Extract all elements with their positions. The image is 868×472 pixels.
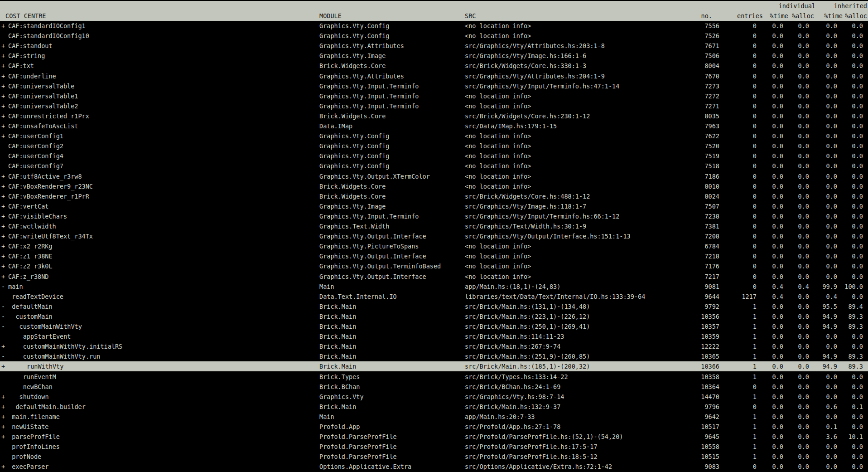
cost-centre-row[interactable]: +CAF:z2_r3k0LGraphics.Vty.Output.Terminf… (0, 261, 868, 271)
inherited-alloc-cell: 0.0 (852, 131, 863, 141)
no-cell: 7176 (704, 261, 719, 271)
cost-centre-row[interactable]: -customMainWithVtyBrick.Mainsrc/Brick/Ma… (0, 321, 868, 331)
cost-centre-row[interactable]: CAF:standardIOConfig10Graphics.Vty.Confi… (0, 31, 868, 41)
cost-centre-row[interactable]: +CAF:writeUtf8Text_r34TxGraphics.Vty.Out… (0, 231, 868, 241)
cost-centre-row[interactable]: -customMainWithVty.runBrick.Mainsrc/Bric… (0, 351, 868, 361)
cost-centre-row[interactable]: -customMainBrick.Mainsrc/Brick/Main.hs:(… (0, 311, 868, 321)
individual-time-cell: 0.0 (772, 392, 783, 402)
inherited-time-cell: 0.0 (826, 31, 837, 41)
cost-centre-row[interactable]: +CAF:unrestricted_r1PrxBrick.Widgets.Cor… (0, 111, 868, 121)
individual-alloc-cell: 0.0 (798, 292, 809, 302)
module-cell: Graphics.Vty.Config (319, 141, 389, 151)
individual-alloc-cell: 0.0 (798, 31, 809, 41)
cost-centre-row[interactable]: profNodeProfold.ParseProfFilesrc/Profold… (0, 452, 868, 462)
cost-centre-tree: +CAF:standardIOConfig1Graphics.Vty.Confi… (0, 21, 868, 472)
individual-time-cell: 0.0 (772, 101, 783, 111)
individual-alloc-cell: 0.0 (798, 231, 809, 241)
cost-centre-row[interactable]: appStartEventBrick.Mainsrc/Brick/Main.hs… (0, 331, 868, 341)
entries-cell: 0 (753, 81, 757, 91)
cost-centre-row[interactable]: +newUiStateProfold.Appsrc/Profold/App.hs… (0, 422, 868, 432)
expander-icon: + (1, 432, 5, 442)
inherited-time-cell: 0.0 (826, 341, 837, 351)
no-cell: 9792 (704, 302, 719, 311)
cost-centre-row[interactable]: runEventMBrick.Typessrc/Brick/Types.hs:1… (0, 372, 868, 382)
cost-centre-name: parseProfFile (12, 432, 60, 442)
entries-cell: 1 (753, 372, 757, 382)
cost-centre-row[interactable]: +CAF:z1_r38NEGraphics.Vty.Output.Interfa… (0, 251, 868, 261)
cost-centre-row[interactable]: +runWithVtyBrick.Mainsrc/Brick/Main.hs:(… (0, 361, 868, 371)
individual-alloc-cell: 0.0 (798, 372, 809, 382)
individual-alloc-cell: 0.0 (798, 111, 809, 121)
individual-time-cell: 0.0 (772, 462, 783, 472)
cost-centre-row[interactable]: +CAF:visibleCharsGraphics.Vty.Input.Term… (0, 211, 868, 221)
module-cell: Profold.ParseProfFile (319, 432, 397, 442)
no-cell: 12222 (701, 341, 719, 351)
cost-centre-row[interactable]: +execParserOptions.Applicative.Extrasrc/… (0, 462, 868, 472)
cost-centre-row[interactable]: readTextDeviceData.Text.Internal.IOlibra… (0, 292, 868, 302)
inherited-alloc-cell: 0.0 (852, 81, 863, 91)
cost-centre-row[interactable]: +customMainWithVty.initialRSBrick.Mainsr… (0, 341, 868, 351)
cost-centre-row[interactable]: +CAF:utf8Active_r3rw8Graphics.Vty.Output… (0, 171, 868, 181)
module-cell: Data.Text.Internal.IO (319, 292, 397, 302)
individual-time-cell: 0.0 (772, 452, 783, 462)
entries-cell: 1217 (742, 292, 757, 302)
cost-centre-row[interactable]: profInfoLinesProfold.ParseProfFilesrc/Pr… (0, 442, 868, 452)
expander-icon: + (1, 402, 5, 412)
individual-time-cell: 0.0 (772, 331, 783, 341)
cost-centre-row[interactable]: +CAF:txtBrick.Widgets.Coresrc/Brick/Widg… (0, 61, 868, 71)
cost-centre-name: main (8, 282, 23, 292)
cost-centre-row[interactable]: newBChanBrick.BChansrc/Brick/BChan.hs:24… (0, 382, 868, 392)
inherited-alloc-cell: 0.0 (852, 331, 863, 341)
cost-centre-row[interactable]: +CAF:userConfig1Graphics.Vty.Config<no l… (0, 131, 868, 141)
cost-centre-row[interactable]: +parseProfFileProfold.ParseProfFilesrc/P… (0, 432, 868, 442)
individual-time-cell: 0.0 (772, 121, 783, 131)
cost-centre-row[interactable]: +main.filenameMainapp/Main.hs:20:7-33964… (0, 412, 868, 422)
cost-centre-row[interactable]: +CAF:x2_r2RKgGraphics.Vty.PictureToSpans… (0, 241, 868, 251)
cost-centre-row[interactable]: +CAF:universalTable2Graphics.Vty.Input.T… (0, 101, 868, 111)
inherited-time-cell: 94.9 (822, 321, 837, 331)
cost-centre-row[interactable]: +CAF:z_r38NDGraphics.Vty.Output.Interfac… (0, 272, 868, 282)
cost-centre-row[interactable]: -defaultMainBrick.Mainsrc/Brick/Main.hs:… (0, 302, 868, 311)
cost-centre-row[interactable]: CAF:userConfig7Graphics.Vty.Config<no lo… (0, 161, 868, 171)
expander-icon: + (1, 241, 5, 251)
expander-icon: + (1, 231, 5, 241)
expander-icon: + (1, 21, 5, 31)
individual-alloc-cell: 0.0 (798, 302, 809, 311)
cost-centre-row[interactable]: +CAF:vertCatGraphics.Vty.Imagesrc/Graphi… (0, 201, 868, 211)
cost-centre-row[interactable]: +CAF:stringGraphics.Vty.Imagesrc/Graphic… (0, 51, 868, 61)
cost-centre-name: CAF:standout (8, 41, 53, 51)
cost-centre-row[interactable]: +shutdownGraphics.Vtysrc/Graphics/Vty.hs… (0, 392, 868, 402)
entries-cell: 0 (753, 221, 757, 231)
individual-time-cell: 0.4 (772, 282, 783, 292)
cost-centre-row[interactable]: +defaultMain.builderBrick.Mainsrc/Brick/… (0, 402, 868, 412)
entries-cell: 0 (753, 231, 757, 241)
inherited-alloc-cell: 0.0 (852, 412, 863, 422)
cost-centre-row[interactable]: +CAF:standoutGraphics.Vty.Attributessrc/… (0, 41, 868, 51)
cost-centre-row[interactable]: +CAF:unsafeToAscListData.IMapsrc/Data/IM… (0, 121, 868, 131)
individual-alloc-cell: 0.0 (798, 311, 809, 321)
src-cell: <no location info> (465, 101, 531, 111)
expander-icon: - (1, 321, 5, 331)
cost-centre-row[interactable]: +CAF:underlineGraphics.Vty.Attributessrc… (0, 71, 868, 81)
inherited-time-cell: 0.0 (826, 151, 837, 161)
inherited-alloc-cell: 0.0 (852, 272, 863, 282)
cost-centre-row[interactable]: +CAF:universalTable1Graphics.Vty.Input.T… (0, 91, 868, 101)
column-header-src: SRC (465, 11, 476, 21)
inherited-time-cell: 3.6 (826, 432, 837, 442)
inherited-time-cell: 0.0 (826, 261, 837, 271)
cost-centre-row[interactable]: CAF:userConfig2Graphics.Vty.Config<no lo… (0, 141, 868, 151)
entries-cell: 0 (753, 201, 757, 211)
cost-centre-row[interactable]: CAF:userConfig4Graphics.Vty.Config<no lo… (0, 151, 868, 161)
cost-centre-name: runEventM (23, 372, 56, 382)
src-cell: src/Brick/Main.hs:132:9-37 (465, 402, 560, 412)
inherited-time-cell: 0.0 (826, 131, 837, 141)
module-cell: Main (319, 282, 334, 292)
cost-centre-row[interactable]: +CAF:standardIOConfig1Graphics.Vty.Confi… (0, 21, 868, 31)
cost-centre-row[interactable]: +CAF:wctlwidthGraphics.Text.Widthsrc/Gra… (0, 221, 868, 231)
cost-centre-row[interactable]: +CAF:universalTableGraphics.Vty.Input.Te… (0, 81, 868, 91)
cost-centre-row[interactable]: +CAF:vBoxRenderer_r1PrRBrick.Widgets.Cor… (0, 191, 868, 201)
cost-centre-row[interactable]: +CAF:vBoxRenderer9_r23NCBrick.Widgets.Co… (0, 181, 868, 191)
cost-centre-row[interactable]: -mainMainapp/Main.hs:(18,1)-(24,83)90810… (0, 282, 868, 292)
cost-centre-name: CAF:z_r38ND (8, 272, 48, 282)
src-cell: app/Main.hs:20:7-33 (465, 412, 535, 422)
